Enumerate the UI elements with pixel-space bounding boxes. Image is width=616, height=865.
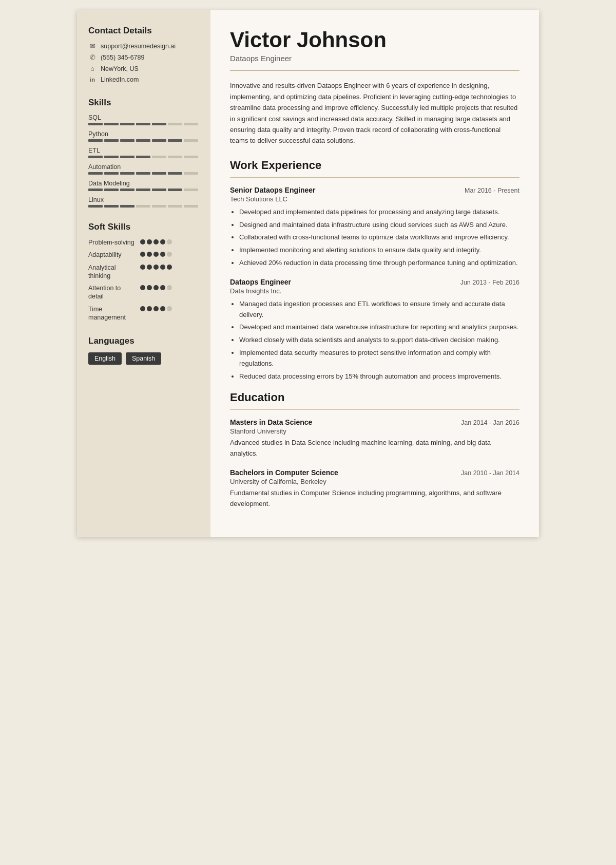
seg [104,123,119,125]
seg [104,205,119,208]
bullet: Implemented data security measures to pr… [239,348,519,369]
language-badges: English Spanish [88,352,199,365]
dot [167,306,172,311]
edu-1-header: Masters in Data Science Jan 2014 - Jan 2… [230,418,519,426]
seg [136,189,150,191]
dot [160,285,165,290]
seg [168,123,182,125]
skill-python-bar [88,139,199,142]
job-2: Dataops Engineer Jun 2013 - Feb 2016 Dat… [230,278,519,382]
seg [152,172,166,175]
main-content: Victor Johnson Dataops Engineer Innovati… [210,10,539,537]
job-1-bullets: Developed and implemented data pipelines… [230,207,519,269]
seg [152,156,166,158]
soft-skills-section: Soft Skills Problem-solving Adaptability [88,222,199,322]
edu-1-degree: Masters in Data Science [230,418,312,426]
seg [168,205,182,208]
dot [167,252,172,257]
dot [147,285,152,290]
soft-skills-title: Soft Skills [88,222,199,232]
dot [153,239,159,245]
dots-problem-solving [140,238,172,245]
location-text: NewYork, US [101,65,139,72]
work-experience-divider [230,177,519,178]
resume-wrapper: Contact Details ✉ support@resumedesign.a… [77,10,539,537]
soft-skill-time-management: Time management [88,305,199,322]
email-text: support@resumedesign.ai [101,43,176,50]
seg [120,205,134,208]
seg [88,156,103,158]
edu-2: Bachelors in Computer Science Jan 2010 -… [230,468,519,510]
skill-automation: Automation [88,163,199,175]
skill-automation-bar [88,172,199,175]
skill-etl-name: ETL [88,147,199,154]
seg [168,189,182,191]
seg [104,156,119,158]
bullet: Designed and maintained data infrastruct… [239,220,519,231]
edu-2-desc: Fundamental studies in Computer Science … [230,488,519,510]
dot [147,265,152,270]
skill-data-modeling-bar [88,189,199,191]
soft-skill-time-management-name: Time management [88,305,137,322]
sidebar: Contact Details ✉ support@resumedesign.a… [77,10,210,537]
dot [147,239,152,245]
contact-title: Contact Details [88,26,199,36]
skills-section: Skills SQL Python [88,98,199,208]
edu-1-school: Stanford University [230,427,519,435]
seg [136,172,150,175]
soft-skill-problem-solving-name: Problem-solving [88,238,137,247]
skill-data-modeling-name: Data Modeling [88,180,199,187]
job-2-bullets: Managed data ingestion processes and ETL… [230,299,519,382]
job-2-title: Dataops Engineer [230,278,291,286]
education-title: Education [230,391,519,404]
dot [140,252,145,257]
dot [160,239,165,245]
dot [160,252,165,257]
seg [168,172,182,175]
seg [104,189,119,191]
seg [104,139,119,142]
summary-text: Innovative and results-driven Dataops En… [230,80,519,146]
skill-etl-bar [88,156,199,158]
seg [88,189,103,191]
phone-text: (555) 345-6789 [101,54,144,61]
skill-python-name: Python [88,130,199,138]
contact-section: Contact Details ✉ support@resumedesign.a… [88,26,199,83]
dot [153,306,159,311]
phone-icon: ✆ [88,53,97,61]
dots-attention-to-detail [140,284,172,290]
dot [140,306,145,311]
seg [168,156,182,158]
dot [160,306,165,311]
dot [160,265,165,270]
dot [153,265,159,270]
dot [167,265,172,270]
bullet: Developed and maintained data warehouse … [239,322,519,333]
edu-2-school: University of California, Berkeley [230,478,519,485]
location-icon: ⌂ [88,65,97,72]
bullet: Implemented monitoring and alerting solu… [239,245,519,256]
seg [152,205,166,208]
soft-skill-analytical-thinking-name: Analytical thinking [88,264,137,280]
seg [152,139,166,142]
job-2-header: Dataops Engineer Jun 2013 - Feb 2016 [230,278,519,286]
contact-email: ✉ support@resumedesign.ai [88,42,199,50]
work-experience-title: Work Experience [230,159,519,172]
skill-linux-name: Linux [88,196,199,203]
dots-analytical-thinking [140,264,172,270]
skill-data-modeling: Data Modeling [88,180,199,191]
seg [88,205,103,208]
seg [120,189,134,191]
language-spanish: Spanish [126,352,161,365]
seg [120,123,134,125]
seg [136,139,150,142]
job-1-title: Senior Dataops Engineer [230,186,315,194]
bullet: Managed data ingestion processes and ETL… [239,299,519,321]
seg [88,172,103,175]
seg [120,139,134,142]
edu-2-dates: Jan 2010 - Jan 2014 [461,469,519,477]
job-2-company: Data Insights Inc. [230,287,519,295]
skill-sql: SQL [88,114,199,125]
skills-title: Skills [88,98,199,108]
candidate-name: Victor Johnson [230,28,519,52]
